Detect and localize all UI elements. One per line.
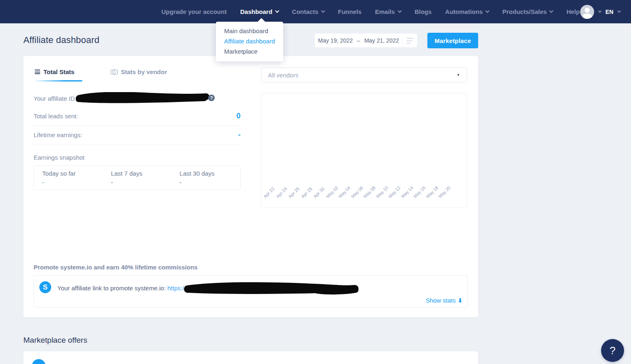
nav-products-sales-label: Products/Sales <box>502 8 547 15</box>
date-presets-icon[interactable] <box>403 38 417 44</box>
help-tooltip-icon[interactable]: ? <box>208 95 215 101</box>
x-axis-label: Apr 30 <box>313 186 325 199</box>
active-tab-underline <box>35 80 82 81</box>
x-axis-label: May 04 <box>338 185 352 199</box>
date-start: May 19, 2022 <box>318 37 353 44</box>
chevron-down-icon[interactable] <box>617 9 621 12</box>
date-end: May 21, 2022 <box>364 37 399 44</box>
x-axis-label: Apr 24 <box>275 186 288 199</box>
total-leads-value: 0 <box>236 112 241 120</box>
vendor-filter-select[interactable]: All vendors ▼ <box>261 68 467 82</box>
earnings-snapshot-box: Today so far - Last 7 days - Last 30 day… <box>34 165 241 190</box>
lifetime-earnings-label: Lifetime earnings: <box>34 131 82 138</box>
banknote-icon <box>111 70 118 75</box>
x-axis-label: Apr 26 <box>288 186 300 199</box>
snapshot-30days: Last 30 days - <box>171 166 240 190</box>
top-navbar: Upgrade your account Dashboard Contacts … <box>0 0 631 23</box>
x-axis-label: May 16 <box>413 185 427 199</box>
snapshot-7days: Last 7 days - <box>103 166 172 190</box>
x-axis-label: May 18 <box>425 185 439 199</box>
affiliate-link-box: S Your affiliate link to promote systeme… <box>34 275 468 307</box>
vendor-filter-value: All vendors <box>268 72 298 79</box>
user-avatar[interactable] <box>580 5 594 19</box>
snapshot-today: Today so far - <box>34 166 103 190</box>
tab-total-stats-label: Total Stats <box>43 68 75 75</box>
nav-dashboard-label: Dashboard <box>240 8 272 15</box>
x-axis-label: May 20 <box>438 185 452 199</box>
systeme-logo: S <box>39 281 51 293</box>
affiliate-stats-card: Total Stats Stats by vendor Your affilia… <box>23 56 478 317</box>
redacted-affiliate-link <box>182 282 361 296</box>
chevron-down-icon <box>397 9 402 13</box>
marketplace-offers-title: Marketplace offers <box>23 336 87 345</box>
nav-emails-label: Emails <box>375 8 395 15</box>
nav-menu: Upgrade your account Dashboard Contacts … <box>161 8 580 15</box>
nav-upgrade-account[interactable]: Upgrade your account <box>161 8 227 15</box>
date-separator: – <box>357 37 360 44</box>
menu-item-marketplace[interactable]: Marketplace <box>216 46 283 57</box>
help-button[interactable]: ? <box>601 339 624 362</box>
chevron-down-icon <box>549 9 554 13</box>
down-arrow-icon: ⬇ <box>458 297 463 304</box>
nav-account-area: EN <box>580 5 620 19</box>
marketplace-button[interactable]: Marketplace <box>427 33 478 48</box>
earnings-snapshot-title: Earnings snapshot <box>34 154 241 161</box>
show-stats-label: Show stats <box>426 297 456 304</box>
page-title: Affiliate dashboard <box>23 35 100 45</box>
menu-item-affiliate-dashboard[interactable]: Affiliate dashboard <box>216 36 283 46</box>
x-axis-label: May 06 <box>350 185 364 199</box>
avatar-head-shape <box>585 8 590 13</box>
affiliate-dashboard-page: Upgrade your account Dashboard Contacts … <box>0 0 631 364</box>
show-stats-link[interactable]: Show stats ⬇ <box>426 297 463 304</box>
nav-dashboard[interactable]: Dashboard <box>240 8 278 15</box>
x-axis-label: May 14 <box>400 185 414 199</box>
x-axis-label: Apr 28 <box>300 186 313 199</box>
redacted-affiliate-id <box>74 92 211 104</box>
lifetime-earnings-row: Lifetime earnings: - <box>34 126 241 145</box>
list-icon <box>35 70 40 74</box>
nav-funnels[interactable]: Funnels <box>338 8 362 15</box>
nav-blogs[interactable]: Blogs <box>415 8 432 15</box>
nav-contacts[interactable]: Contacts <box>292 8 325 15</box>
date-range-picker[interactable]: May 19, 2022 – May 21, 2022 <box>315 34 417 47</box>
promo-title: Promote systeme.io and earn 40% lifetime… <box>34 264 197 271</box>
affiliate-link-label: Your affiliate link to promote systeme.i… <box>57 285 166 292</box>
systeme-logo <box>32 359 45 364</box>
chevron-down-icon <box>321 9 325 13</box>
x-axis-label: May 10 <box>375 185 389 199</box>
tab-stats-by-vendor[interactable]: Stats by vendor <box>111 68 167 75</box>
stats-summary: Total leads sent: 0 Lifetime earnings: -… <box>34 107 241 190</box>
snapshot-7days-value: - <box>111 179 172 185</box>
nav-automations[interactable]: Automations <box>445 8 489 15</box>
lifetime-earnings-value: - <box>238 131 241 139</box>
nav-help[interactable]: Help <box>566 8 580 15</box>
total-leads-row: Total leads sent: 0 <box>34 107 241 126</box>
affiliate-link-line: Your affiliate link to promote systeme.i… <box>57 285 186 292</box>
chevron-down-icon[interactable] <box>598 9 601 12</box>
snapshot-30days-value: - <box>179 179 240 185</box>
date-range-text: May 19, 2022 – May 21, 2022 <box>315 37 402 44</box>
earnings-chart: Apr 22 Apr 24 Apr 26 Apr 28 Apr 30 May 0… <box>261 93 467 208</box>
x-axis-label: May 12 <box>388 185 402 199</box>
x-axis-label: Apr 22 <box>263 186 275 199</box>
nav-automations-label: Automations <box>445 8 483 15</box>
chevron-down-icon <box>275 9 279 13</box>
select-caret-icon: ▼ <box>456 73 460 77</box>
menu-item-main-dashboard[interactable]: Main dashboard <box>216 26 283 36</box>
nav-emails[interactable]: Emails <box>375 8 401 15</box>
nav-contacts-label: Contacts <box>292 8 318 15</box>
avatar-shoulders-shape <box>582 14 592 19</box>
total-leads-label: Total leads sent: <box>34 113 78 120</box>
dashboard-dropdown-menu: Main dashboard Affiliate dashboard Marke… <box>216 22 283 61</box>
nav-products-sales[interactable]: Products/Sales <box>502 8 553 15</box>
x-axis-label: May 02 <box>325 185 339 199</box>
snapshot-today-label: Today so far <box>42 170 103 177</box>
snapshot-today-value: - <box>42 179 103 185</box>
tab-stats-by-vendor-label: Stats by vendor <box>121 68 167 75</box>
snapshot-7days-label: Last 7 days <box>111 170 172 177</box>
affiliate-id-label: Your affiliate ID <box>34 95 75 102</box>
tab-total-stats[interactable]: Total Stats <box>35 68 75 75</box>
marketplace-offers-card <box>23 351 478 364</box>
language-selector[interactable]: EN <box>606 9 613 15</box>
chevron-down-icon <box>486 9 490 13</box>
